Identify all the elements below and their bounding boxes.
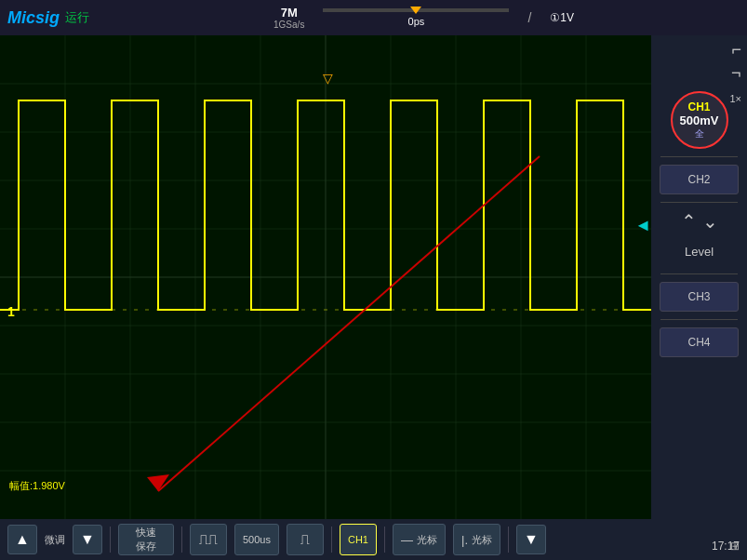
dual-pulse-button[interactable]: ⎍⎍	[190, 524, 227, 555]
time-offset: 0ps	[408, 16, 425, 27]
ch4-label: CH4	[687, 336, 710, 349]
probe-ratio: 1×	[729, 93, 741, 104]
divider-b4	[384, 527, 385, 553]
cursor1-button[interactable]: — 光标	[393, 524, 446, 555]
cursor2-button[interactable]: |. 光标	[453, 524, 500, 555]
ch2-button[interactable]: CH2	[660, 165, 739, 194]
divider-b2	[181, 527, 182, 553]
ch1-name: CH1	[687, 100, 710, 113]
divider-b3	[331, 527, 332, 553]
time-div: 7M	[281, 6, 298, 20]
cursor2-label: 光标	[472, 533, 492, 547]
trigger-label: ①1V	[550, 11, 574, 24]
time-value-label: 500us	[243, 534, 271, 545]
sample-rate: 1GSa/s	[273, 20, 304, 30]
ch2-arrow[interactable]: ◄	[634, 216, 651, 235]
divider-1	[660, 156, 737, 157]
layout-icon[interactable]: ⊞	[730, 540, 740, 553]
ch1-selector-button[interactable]: CH1	[340, 524, 377, 555]
ch3-button[interactable]: CH3	[660, 282, 739, 312]
bottom-bar: ▲ 微调 ▼ 快速 保存 ⎍⎍ 500us ⎍ CH1 — 光标 |. 光标 ▼…	[0, 519, 747, 560]
ch1-sub: 全	[695, 127, 704, 140]
fine-tune-label: 微调	[45, 533, 65, 547]
time-value-button[interactable]: 500us	[234, 524, 279, 555]
rising-edge-icon[interactable]: ⌐	[731, 40, 741, 60]
ch1-button[interactable]: CH1 500mV 全	[671, 91, 728, 149]
trigger-position-indicator: ▽	[323, 71, 333, 86]
run-status: 运行	[65, 9, 89, 26]
divider-3	[660, 273, 737, 274]
svg-line-19	[158, 156, 540, 491]
ch4-button[interactable]: CH4	[660, 327, 739, 357]
scope-area: 1 幅值:1.980V ▽	[0, 35, 651, 519]
logo: Micsig	[7, 8, 60, 28]
voltage-annotation: 幅值:1.980V	[9, 479, 65, 493]
svg-marker-20	[147, 474, 169, 491]
up-arrow-button[interactable]: ▲	[7, 525, 37, 554]
level-label: Level	[685, 245, 714, 259]
top-bar: Micsig 运行 7M 1GSa/s 0ps / ①1V	[0, 0, 747, 35]
ch3-label: CH3	[687, 290, 710, 303]
quick-save-button[interactable]: 快速 保存	[118, 524, 174, 555]
more-button[interactable]: ▼	[516, 525, 546, 554]
level-up-icon[interactable]: ⌃	[681, 210, 697, 233]
divider-2	[660, 202, 737, 203]
falling-edge-icon[interactable]: ⌐	[731, 63, 741, 83]
divider-b5	[508, 527, 509, 553]
single-pulse-button[interactable]: ⎍	[287, 524, 324, 555]
ch1-selector-label: CH1	[348, 534, 368, 545]
divider-b1	[110, 527, 111, 553]
quick-save-label: 快速 保存	[136, 526, 156, 553]
cursor1-label: 光标	[417, 533, 437, 547]
right-panel: ⌐ ⌐ 1× CH1 500mV 全 CH2 ⌃ ⌄ Level CH3 CH4	[651, 35, 747, 519]
level-down-icon[interactable]: ⌄	[702, 210, 718, 233]
waveform-svg: 1	[0, 35, 651, 519]
ch1-voltage: 500mV	[680, 113, 719, 127]
down-arrow-button[interactable]: ▼	[73, 525, 102, 554]
divider-4	[660, 319, 737, 320]
ch2-label: CH2	[687, 173, 710, 186]
svg-text:1: 1	[7, 304, 15, 319]
